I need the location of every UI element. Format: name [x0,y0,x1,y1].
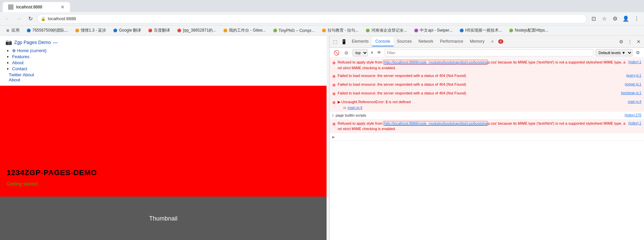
extensions-button[interactable]: ⚙ [610,14,620,24]
devtools-tab-performance[interactable]: Performance [437,37,467,46]
bookmark-button[interactable]: ☆ [600,14,609,24]
hero-link[interactable]: Getting started [7,181,320,187]
bookmark-label-7: TinyPNG – Compr... [279,28,315,33]
nav-links: ⊕ Home (current) Features About Contact [5,48,321,71]
reload-button[interactable]: ↻ [26,14,35,24]
browser-window: localhost:8888 ✕ ← → ↻ 🔒 localhost:8888 … [0,0,644,240]
devtools-console-bar: 🚫 ⊘ top ▼ 👁 Default levels ▼ ⚙ [330,48,644,58]
profile-button[interactable]: 👤 [621,14,631,24]
console-text-3: Failed to load resource: the server resp… [338,82,623,87]
bookmark-6[interactable]: 🟠 我的工作台 - Gitee... [220,27,268,34]
console-settings-button[interactable]: ⚙ [635,49,641,56]
menu-button[interactable]: ⋮ [632,14,641,24]
bookmark-5[interactable]: 🔴 [qq_38652871的... [174,27,219,34]
webpage-scrollbar[interactable] [327,36,329,240]
back-button[interactable]: ← [3,14,12,24]
tab-bar: localhost:8888 ✕ [0,0,644,12]
devtools-tab-network[interactable]: Network [415,37,437,46]
bookmark-10[interactable]: 🟣 中文api - Swiper... [411,27,455,34]
nav-link-home[interactable]: ⊕ Home (current) [12,48,46,53]
navigation-bar: ← → ↻ 🔒 localhost:8888 ⊡ ☆ ⚙ 👤 ⋮ [0,12,644,26]
devtools-more-button[interactable]: ⋮ [626,38,634,46]
main-js-link-5[interactable]: main.js:4 [347,106,363,110]
bookmark-12[interactable]: 🟢 Nodejs配置Https... [506,27,551,34]
nav-link-home-label: Home (current) [17,48,46,53]
devtools-tab-elements[interactable]: Elements [348,37,372,46]
console-source-3[interactable]: popper.js:1 [625,82,641,87]
nav-item-features: Features [12,54,321,59]
devtools-settings-button[interactable]: ⚙ [617,38,625,46]
console-entry-2: ⊗ Failed to load resource: the server re… [330,72,644,81]
home-icon: ⊕ [12,48,17,53]
bookmark-9[interactable]: 🟢 河南省企业登记全... [363,27,410,34]
bookmark-icon-12: 🟢 [509,28,513,33]
console-source-6[interactable]: (index):270 [624,113,641,118]
bookmark-8[interactable]: 🟠 拉勾教育 - 拉勾... [319,27,362,34]
console-level-select[interactable]: Default levels ▼ [596,49,633,56]
webpage-nav: 📷 Zgp Pages Demo — ⊕ Home (current) Feat… [0,36,327,86]
bookmark-4[interactable]: 🔴 百度翻译 [145,27,173,34]
info-icon-6: ℹ [332,113,334,118]
devtools-tab-memory[interactable]: Memory [467,37,488,46]
console-link-1[interactable]: http://localhost:8888/node_modules/boots… [383,60,487,65]
nav-link-features[interactable]: Features [12,54,29,59]
console-source-7[interactable]: (index):1 [628,121,641,126]
console-eye-button[interactable]: 👁 [376,49,383,56]
nav-link-about[interactable]: About [12,60,24,65]
console-source-4[interactable]: bootstrap.js:1 [621,90,641,95]
console-source-5[interactable]: main.js:4 [628,99,641,104]
console-entry-4: ⊗ Failed to load resource: the server re… [330,89,644,98]
hero-title: 1234ZGP-PAGES-DEMO [7,168,320,177]
tab-title: localhost:8888 [16,5,58,9]
lock-icon: 🔒 [41,16,46,21]
bookmark-label-2: 憧憬1.3 - 蓝涉 [81,28,106,33]
site-logo[interactable]: 📷 Zgp Pages Demo — [5,39,321,45]
console-filter-input[interactable] [385,49,594,56]
bookmark-icon-1: 🔵 [26,28,31,33]
console-text-4: Failed to load resource: the server resp… [338,90,619,96]
devtools-console-content: ⊗ Refused to apply style from http://loc… [330,58,644,240]
devtools-toolbar: ⬚ 📱 Elements Console Sources Network Per… [330,36,644,48]
browser-tab[interactable]: localhost:8888 ✕ [3,2,70,12]
devtools-inspect-button[interactable]: ⬚ [331,38,339,46]
bookmark-label-8: 拉勾教育 - 拉勾... [328,28,359,33]
bookmark-icon-8: 🟠 [321,28,326,33]
console-entry-6: ℹ page builtin scripts (index):270 [330,112,644,120]
console-filter-icon[interactable]: ⊘ [342,49,350,57]
nav-link-contact[interactable]: Contact [12,66,27,71]
console-source-2[interactable]: jquery.js:1 [626,73,641,78]
bookmark-7[interactable]: 🟢 TinyPNG – Compr... [270,28,317,34]
nav-sub-link-about2[interactable]: About [9,77,20,82]
devtools-device-button[interactable]: 📱 [340,38,348,46]
nav-sub-link-twitter-about[interactable]: Twitter About [9,72,34,77]
thumbnail-label: Thumbnail [149,215,177,222]
address-bar[interactable]: 🔒 localhost:8888 [37,14,587,24]
error-icon-3: ⊗ [332,82,336,88]
devtools-tab-sources[interactable]: Sources [394,37,415,46]
console-entry-8[interactable]: ▶ [330,133,644,141]
bookmark-3[interactable]: 🔵 Google 翻译 [110,27,144,34]
devtools-tab-console[interactable]: Console [372,37,394,46]
nav-actions: ⊡ ☆ ⚙ 👤 ⋮ [589,14,641,24]
console-link-7[interactable]: http://localhost:8888/node_modules/boots… [383,121,487,126]
console-source-1[interactable]: (index):1 [628,59,641,65]
bookmark-2[interactable]: 🟠 憧憬1.3 - 蓝涉 [72,27,109,34]
bookmark-icon-3: 🔵 [113,28,117,33]
bookmark-1[interactable]: 🔵 765567509的团队... [24,27,71,34]
expand-arrow-5[interactable]: ▶ [338,100,340,104]
console-clear-button[interactable]: 🚫 [332,49,340,57]
bookmark-apps[interactable]: ⊞ 应用 [3,27,22,34]
devtools-tab-more[interactable]: » [488,37,497,46]
forward-button[interactable]: → [14,14,24,24]
console-context-select[interactable]: top [352,49,368,56]
tab-close-button[interactable]: ✕ [61,4,65,10]
bookmark-icon-4: 🔴 [148,28,152,33]
tab-favicon [8,4,13,10]
bookmark-11[interactable]: 🔵 H5实现摇一摇技术... [456,27,505,34]
hero-section: 1234ZGP-PAGES-DEMO Getting started [0,86,327,197]
bookmark-label-12: Nodejs配置Https... [515,28,548,33]
devtools-close-button[interactable]: ✕ [635,38,643,46]
cast-button[interactable]: ⊡ [589,14,598,24]
console-text-5: ▶ Uncaught ReferenceError: $ is not defi… [338,99,626,110]
nav-sub2: About [5,77,321,82]
